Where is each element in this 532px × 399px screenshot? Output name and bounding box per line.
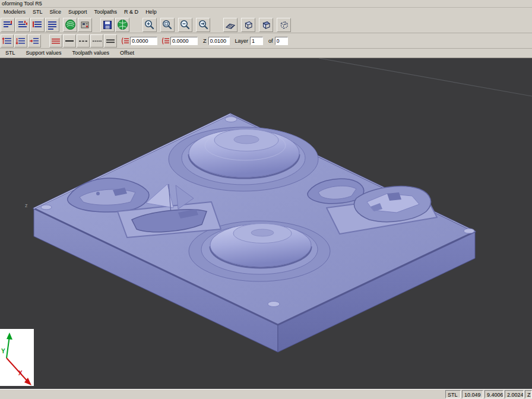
window-title: oforming Tool R5	[2, 1, 42, 7]
line-dashed-icon	[78, 36, 88, 46]
zoom-in-button[interactable]	[142, 18, 157, 32]
z-field-group: Z	[201, 37, 230, 45]
zoom-extents-icon	[162, 19, 173, 31]
zoom-out-button[interactable]	[178, 18, 192, 32]
align-lines-button[interactable]	[1, 18, 15, 32]
window-title-bar: oforming Tool R5	[0, 0, 532, 8]
line-double-button[interactable]	[104, 34, 117, 48]
tab-offset[interactable]: Offset	[115, 49, 140, 58]
view-iso-button[interactable]	[241, 18, 255, 32]
zoom-window-icon	[197, 19, 209, 31]
line-dotted-icon	[91, 36, 102, 46]
status-mode: STL	[445, 390, 461, 398]
zoom-window-button[interactable]	[196, 18, 210, 32]
slice-sphere-icon	[65, 19, 76, 30]
zoom-in-icon	[144, 19, 156, 31]
axis-gizmo: Y X	[0, 329, 34, 386]
value-tabs: STL Support values Toolpath values Offse…	[0, 49, 532, 58]
dome-upper	[169, 127, 318, 191]
align-lines-alt-button[interactable]	[15, 18, 30, 32]
toolpath-sphere-button[interactable]	[115, 18, 129, 32]
grid-line	[319, 58, 532, 96]
layer-up-icon	[2, 36, 12, 46]
axis-x-label: X	[18, 370, 23, 376]
y-offset-input[interactable]	[170, 37, 198, 45]
x-offset-field-group	[121, 36, 157, 46]
status-coord-x: 10.049	[462, 390, 483, 398]
menu-help[interactable]: Help	[142, 8, 160, 17]
red-lines-icon	[121, 36, 130, 46]
align-lines-justify-button[interactable]	[45, 18, 59, 32]
line-solid-icon	[64, 36, 75, 46]
lines-red-button[interactable]	[49, 34, 62, 48]
toolbar-main	[0, 17, 532, 33]
layer-up-button[interactable]	[1, 34, 14, 48]
save-button[interactable]	[100, 18, 115, 32]
view-wireframe-icon	[278, 19, 290, 31]
z-axis-hint: z	[25, 202, 28, 208]
save-icon	[102, 20, 113, 30]
layer-field-group: Layer	[233, 37, 264, 45]
status-coord-z: 2.0024	[505, 390, 524, 398]
zoom-extents-button[interactable]	[160, 18, 175, 32]
view-floor-icon	[224, 19, 236, 31]
menu-stl[interactable]: STL	[29, 8, 46, 17]
viewport-3d[interactable]: z	[0, 58, 532, 389]
view-section-icon	[260, 19, 272, 31]
menu-support[interactable]: Support	[65, 8, 91, 17]
red-lines-icon	[161, 36, 170, 46]
view-iso-icon	[242, 19, 254, 31]
line-dotted-button[interactable]	[90, 34, 103, 48]
line-solid-button[interactable]	[63, 34, 76, 48]
toolbar-layers: Z Layer of	[0, 33, 532, 49]
view-floor-button[interactable]	[223, 18, 238, 32]
mold-cavity-left-boat	[68, 178, 149, 212]
tab-toolpath-values[interactable]: Toolpath values	[67, 49, 115, 58]
build-machine-button[interactable]	[78, 18, 92, 32]
view-section-button[interactable]	[259, 18, 273, 32]
tab-stl[interactable]: STL	[0, 49, 21, 58]
y-offset-field-group	[161, 36, 198, 46]
align-lines-right-icon	[32, 20, 43, 30]
align-lines-alt-icon	[17, 20, 28, 30]
status-bar: STL 10.049 9.4006 2.0024 Z	[0, 389, 532, 399]
status-z-tag: Z	[525, 390, 532, 398]
menu-toolpaths[interactable]: Toolpaths	[91, 8, 121, 17]
lines-red-icon	[50, 36, 61, 46]
menu-slice[interactable]: Slice	[46, 8, 65, 17]
model-canvas: z	[0, 58, 532, 389]
zoom-out-icon	[179, 19, 191, 31]
z-label: Z	[203, 38, 207, 44]
layer-down-button[interactable]	[14, 34, 27, 48]
z-input[interactable]	[208, 37, 230, 45]
menu-rnd[interactable]: R & D	[121, 8, 142, 17]
layer-down-icon	[15, 36, 26, 46]
axis-y-label: Y	[1, 348, 5, 354]
status-coord-y: 9.4006	[484, 390, 504, 398]
toolpath-sphere-icon	[117, 19, 128, 30]
build-machine-icon	[80, 20, 90, 30]
of-field-group: of	[267, 37, 288, 45]
menu-modelers[interactable]: Modelers	[0, 8, 29, 17]
align-lines-icon	[2, 20, 13, 30]
line-double-icon	[105, 36, 116, 46]
menu-bar: Modelers STL Slice Support Toolpaths R &…	[0, 8, 532, 17]
layer-label: Layer	[235, 38, 249, 44]
tab-support-values[interactable]: Support values	[21, 49, 67, 58]
of-input[interactable]	[275, 37, 288, 45]
view-wireframe-button[interactable]	[277, 18, 291, 32]
slice-sphere-button[interactable]	[63, 18, 77, 32]
of-label: of	[268, 38, 273, 44]
align-lines-justify-icon	[47, 20, 58, 30]
layer-input[interactable]	[250, 37, 263, 45]
layer-goto-button[interactable]	[28, 34, 41, 48]
line-dashed-button[interactable]	[77, 34, 90, 48]
align-lines-right-button[interactable]	[30, 18, 45, 32]
layer-goto-icon	[29, 36, 40, 46]
x-offset-input[interactable]	[130, 37, 157, 45]
